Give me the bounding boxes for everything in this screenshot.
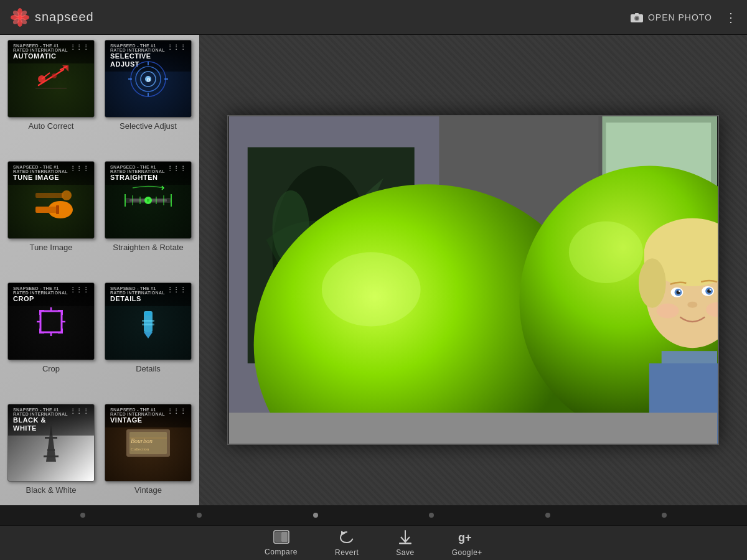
save-label: Save — [396, 548, 414, 557]
compare-icon — [273, 530, 289, 546]
nav-dot-4[interactable] — [545, 513, 550, 518]
tool-name-details: Details — [136, 364, 161, 373]
bw-icon — [26, 418, 76, 468]
revert-label: Revert — [335, 548, 359, 557]
selective-icon: B — [123, 57, 173, 101]
tool-name-straighten: Straighten & Rotate — [113, 243, 183, 252]
compare-button[interactable]: Compare — [265, 530, 298, 556]
svg-rect-30 — [56, 205, 59, 214]
svg-text:B: B — [147, 77, 151, 83]
svg-point-98 — [657, 304, 679, 319]
revert-icon — [339, 530, 355, 547]
photo-content-area — [199, 35, 747, 525]
svg-point-17 — [52, 73, 57, 78]
tool-name-selective-adjust: Selective Adjust — [120, 121, 177, 131]
autocorrect-icon — [26, 60, 76, 98]
svg-rect-62 — [45, 437, 57, 439]
svg-rect-64 — [44, 455, 59, 457]
svg-point-96 — [710, 289, 712, 291]
snapseed-logo-icon — [10, 7, 30, 27]
svg-rect-106 — [399, 543, 411, 544]
tool-item-details[interactable]: SNAPSEED - THE #1 RATED INTERNATIONALDET… — [102, 282, 194, 399]
svg-point-11 — [635, 17, 638, 20]
details-icon — [126, 300, 170, 343]
tune-icon — [26, 182, 76, 219]
svg-rect-12 — [635, 13, 639, 15]
tool-icon-area-black-white — [8, 404, 94, 481]
open-photo-button[interactable]: OPEN PHOTO — [631, 12, 712, 22]
nav-dot-0[interactable] — [80, 513, 85, 518]
tool-name-black-white: Black & White — [26, 485, 77, 495]
svg-point-95 — [679, 290, 680, 292]
svg-text:Bourbon: Bourbon — [131, 437, 153, 444]
googleplus-button[interactable]: g+Google+ — [452, 530, 482, 557]
svg-rect-58 — [145, 312, 151, 315]
compare-label: Compare — [265, 548, 298, 556]
tool-item-vintage[interactable]: SNAPSEED - THE #1 RATED INTERNATIONALVIN… — [102, 404, 194, 520]
menu-icon[interactable]: ⋮ — [725, 10, 737, 25]
tool-item-selective-adjust[interactable]: SNAPSEED - THE #1 RATED INTERNATIONALSEL… — [102, 40, 194, 156]
googleplus-icon: g+ — [458, 530, 476, 547]
tool-card-crop: SNAPSEED - THE #1 RATED INTERNATIONALCRO… — [7, 282, 95, 360]
tool-name-tune-image: Tune Image — [30, 243, 73, 252]
svg-rect-53 — [39, 329, 41, 334]
tool-icon-area-selective-adjust: B — [105, 40, 191, 117]
nav-dot-5[interactable] — [662, 513, 667, 518]
svg-rect-36 — [147, 199, 149, 202]
tool-icon-area-tune-image — [8, 162, 94, 238]
svg-rect-103 — [275, 532, 281, 542]
crop-icon — [29, 300, 73, 343]
top-bar: snapseed OPEN PHOTO ⋮ — [0, 0, 747, 35]
tool-icon-area-auto-correct — [8, 40, 94, 117]
svg-rect-59 — [142, 320, 154, 322]
tool-card-selective-adjust: SNAPSEED - THE #1 RATED INTERNATIONALSEL… — [105, 40, 192, 118]
photo-frame — [227, 115, 719, 445]
tool-card-vintage: SNAPSEED - THE #1 RATED INTERNATIONALVIN… — [105, 404, 192, 482]
tool-card-straighten: SNAPSEED - THE #1 RATED INTERNATIONALSTR… — [105, 161, 192, 239]
svg-rect-60 — [142, 324, 154, 325]
svg-rect-32 — [35, 193, 63, 198]
svg-rect-104 — [281, 532, 288, 542]
svg-marker-105 — [341, 531, 345, 536]
svg-point-82 — [569, 222, 643, 283]
bottom-toolbar: CompareRevertSaveg+Google+ — [0, 525, 747, 560]
tool-item-tune-image[interactable]: SNAPSEED - THE #1 RATED INTERNATIONALTUN… — [5, 161, 97, 278]
main-area: SNAPSEED - THE #1 RATED INTERNATIONALAUT… — [0, 35, 747, 525]
revert-button[interactable]: Revert — [335, 530, 359, 557]
tool-icon-area-straighten — [105, 162, 191, 238]
tool-icon-area-details — [105, 283, 191, 360]
photo-canvas — [228, 116, 718, 444]
straighten-icon — [120, 182, 176, 219]
tool-name-vintage: Vintage — [134, 485, 162, 495]
svg-rect-101 — [229, 413, 717, 444]
nav-dot-1[interactable] — [197, 513, 202, 518]
camera-icon — [631, 12, 643, 22]
tool-item-crop[interactable]: SNAPSEED - THE #1 RATED INTERNATIONALCRO… — [5, 282, 97, 399]
tool-item-black-white[interactable]: SNAPSEED - THE #1 RATED INTERNATIONALBLA… — [5, 404, 97, 520]
save-button[interactable]: Save — [396, 530, 414, 557]
svg-point-80 — [322, 252, 421, 326]
svg-rect-49 — [39, 310, 41, 315]
svg-point-87 — [639, 258, 666, 307]
tools-sidebar: SNAPSEED - THE #1 RATED INTERNATIONALAUT… — [0, 35, 199, 525]
svg-rect-63 — [47, 449, 55, 451]
svg-rect-43 — [40, 311, 62, 332]
svg-marker-57 — [144, 332, 153, 338]
tool-card-details: SNAPSEED - THE #1 RATED INTERNATIONALDET… — [105, 282, 192, 360]
nav-dot-3[interactable] — [429, 513, 434, 518]
googleplus-label: Google+ — [452, 548, 482, 557]
vintage-icon: Bourbon Collection — [123, 424, 173, 462]
svg-rect-29 — [35, 207, 57, 213]
tool-name-crop: Crop — [42, 364, 60, 373]
tool-item-straighten[interactable]: SNAPSEED - THE #1 RATED INTERNATIONALSTR… — [102, 161, 194, 278]
nav-dot-2[interactable] — [313, 513, 318, 518]
tool-name-auto-correct: Auto Correct — [29, 121, 74, 131]
nav-dots-bar — [0, 505, 747, 525]
tool-card-auto-correct: SNAPSEED - THE #1 RATED INTERNATIONALAUT… — [7, 40, 95, 118]
tool-icon-area-vintage: Bourbon Collection — [105, 404, 191, 481]
svg-point-97 — [687, 302, 697, 308]
open-photo-label: OPEN PHOTO — [648, 12, 712, 22]
svg-rect-55 — [61, 329, 63, 334]
tool-item-auto-correct[interactable]: SNAPSEED - THE #1 RATED INTERNATIONALAUT… — [5, 40, 97, 156]
svg-rect-51 — [61, 310, 63, 315]
